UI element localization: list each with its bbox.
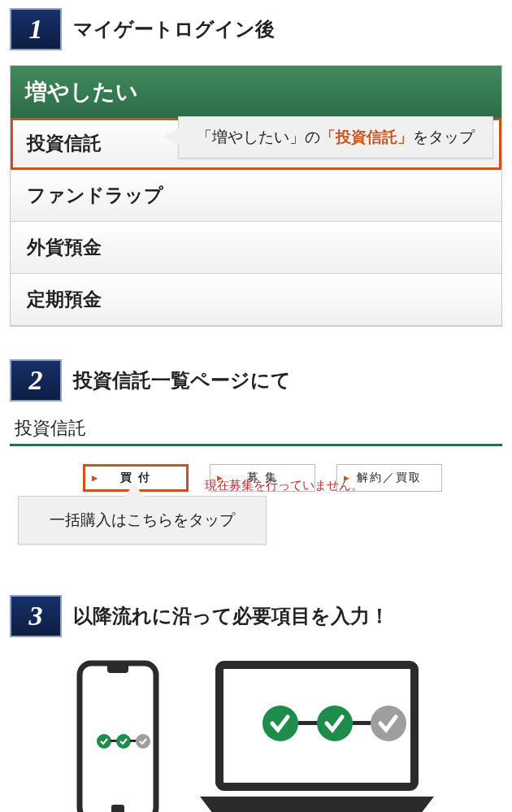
- step-1-number: 1: [10, 8, 62, 50]
- step-1-title: マイゲートログイン後: [73, 16, 275, 42]
- category-menu: 増やしたい 投資信託 「増やしたい」の「投資信託」をタップ ファンドラップ 外貨…: [10, 65, 502, 327]
- step-3-number: 3: [10, 595, 62, 637]
- callout-text-emphasis: 「投資信託」: [320, 128, 413, 145]
- step-2-number: 2: [10, 359, 62, 402]
- svg-point-3: [97, 734, 111, 749]
- svg-rect-10: [298, 721, 318, 725]
- callout-tap-bulk-purchase: 一括購入はこちらをタップ: [18, 496, 267, 545]
- step-2: 2 投資信託一覧ページにて 投資信託 買 付 募 集 解約／買取 現在募集を行っ…: [10, 359, 502, 562]
- category-menu-title: 増やしたい: [11, 66, 501, 118]
- callout-text-suffix: をタップ: [413, 128, 475, 145]
- callout-text-prefix: 「増やしたい」の: [197, 128, 320, 145]
- step-2-title: 投資信託一覧ページにて: [73, 367, 291, 393]
- laptop-icon: [195, 660, 439, 812]
- svg-rect-2: [111, 805, 124, 812]
- menu-item-fund-wrap[interactable]: ファンドラップ: [11, 170, 501, 222]
- svg-point-7: [136, 734, 150, 749]
- offer-empty-message: 現在募集を行っていません。: [205, 478, 363, 493]
- menu-item-time-deposit[interactable]: 定期預金: [11, 274, 501, 326]
- step-2-header: 2 投資信託一覧ページにて: [10, 359, 502, 402]
- step-1-header: 1 マイゲートログイン後: [10, 8, 502, 50]
- step-3-title: 以降流れに沿って必要項目を入力！: [73, 603, 389, 629]
- pane-title: 投資信託: [10, 416, 502, 446]
- menu-item-foreign-currency-deposit[interactable]: 外貨預金: [11, 222, 501, 274]
- svg-rect-12: [353, 721, 372, 725]
- svg-rect-1: [107, 663, 128, 673]
- callout-tap-investment-trust: 「増やしたい」の「投資信託」をタップ: [178, 116, 493, 158]
- svg-point-5: [116, 734, 131, 749]
- step-3-header: 3 以降流れに沿って必要項目を入力！: [10, 595, 502, 637]
- phone-icon: [73, 660, 163, 812]
- step-1: 1 マイゲートログイン後 増やしたい 投資信託 「増やしたい」の「投資信託」をタ…: [10, 8, 502, 327]
- devices-illustration: [10, 652, 502, 812]
- step-3: 3 以降流れに沿って必要項目を入力！: [10, 595, 502, 812]
